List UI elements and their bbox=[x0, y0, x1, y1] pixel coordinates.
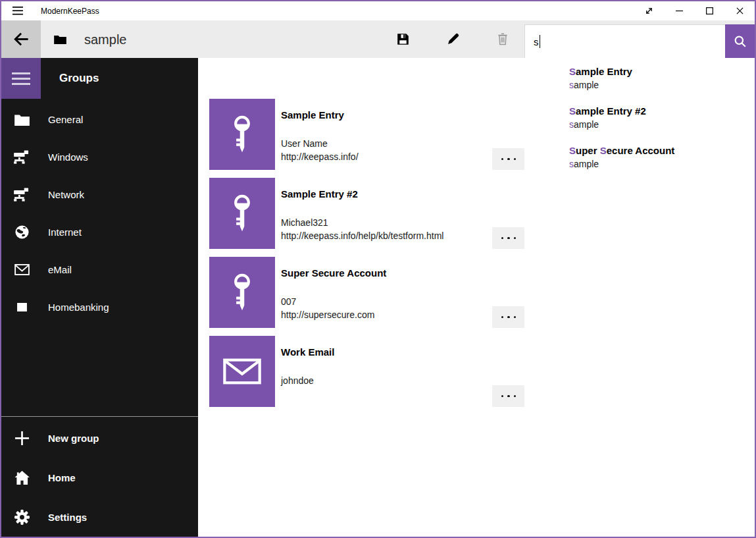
sidebar-hamburger-button[interactable] bbox=[1, 58, 41, 99]
database-icon bbox=[54, 35, 66, 44]
app-title: ModernKeePass bbox=[41, 7, 99, 16]
ellipsis-icon bbox=[501, 395, 504, 398]
entry-details: User Namehttp://keepass.info/ bbox=[281, 137, 488, 163]
sidebar: Groups GeneralWindowsNetworkInterneteMai… bbox=[1, 58, 198, 537]
suggestion-item[interactable]: Super Secure Accountsample bbox=[569, 144, 755, 171]
back-button[interactable] bbox=[1, 20, 41, 58]
entry-tile bbox=[209, 336, 275, 407]
entry-text: Sample EntryUser Namehttp://keepass.info… bbox=[281, 99, 488, 163]
folder-icon bbox=[13, 114, 30, 126]
edit-button[interactable] bbox=[437, 20, 468, 58]
app-window: ModernKeePass sample s Groups Ge bbox=[0, 0, 756, 538]
ellipsis-icon bbox=[501, 237, 504, 240]
action-label: Home bbox=[48, 472, 76, 483]
edit-pencil-icon bbox=[446, 32, 460, 46]
group-label: Homebanking bbox=[48, 302, 109, 313]
entry-title: Super Secure Account bbox=[281, 266, 488, 280]
entry-line: http://supersecure.com bbox=[281, 308, 488, 321]
mail-big-icon bbox=[223, 358, 261, 385]
suggestion-item[interactable]: Sample Entrysample bbox=[569, 65, 755, 92]
sidebar-action-new-group[interactable]: New group bbox=[1, 418, 198, 458]
entry-line: Michael321 bbox=[281, 216, 488, 229]
database-title: sample bbox=[84, 32, 126, 47]
entry-details: 007http://supersecure.com bbox=[281, 295, 488, 321]
more-options-button[interactable] bbox=[492, 306, 525, 328]
more-options-button[interactable] bbox=[492, 227, 525, 249]
suggestion-title: Sample Entry #2 bbox=[569, 105, 755, 118]
window-controls bbox=[634, 1, 755, 20]
entry-text: Work Emailjohndoe bbox=[281, 336, 488, 387]
key-icon bbox=[230, 273, 255, 311]
entry-title: Work Email bbox=[281, 345, 488, 359]
sidebar-header-row: Groups bbox=[1, 58, 198, 99]
suggestion-subtitle: sample bbox=[569, 118, 755, 131]
entry-tile bbox=[209, 99, 275, 170]
entry-text: Super Secure Account007http://supersecur… bbox=[281, 257, 488, 321]
network-icon bbox=[13, 150, 30, 164]
group-label: Windows bbox=[48, 151, 88, 163]
entry-line: 007 bbox=[281, 295, 488, 308]
entry-details: Michael321http://keepass.info/help/kb/te… bbox=[281, 216, 488, 242]
trash-icon bbox=[496, 32, 509, 46]
entry-title: Sample Entry #2 bbox=[281, 187, 488, 201]
close-button[interactable] bbox=[724, 1, 755, 20]
entry-line: User Name bbox=[281, 137, 488, 150]
entry-sample-entry-2[interactable]: Sample Entry #2Michael321http://keepass.… bbox=[209, 178, 525, 249]
entry-line: http://keepass.info/help/kb/testform.htm… bbox=[281, 229, 488, 242]
search-button[interactable] bbox=[725, 24, 755, 58]
entry-details: johndoe bbox=[281, 374, 488, 387]
entry-sample-entry[interactable]: Sample EntryUser Namehttp://keepass.info… bbox=[209, 99, 525, 170]
mail-icon bbox=[13, 264, 30, 275]
sidebar-item-email[interactable]: eMail bbox=[1, 251, 198, 288]
sidebar-item-internet[interactable]: Internet bbox=[1, 213, 198, 251]
minimize-button[interactable] bbox=[664, 1, 694, 20]
save-button[interactable] bbox=[387, 20, 418, 58]
sidebar-item-network[interactable]: Network bbox=[1, 176, 198, 213]
sidebar-item-general[interactable]: General bbox=[1, 101, 198, 138]
maximize-button[interactable] bbox=[694, 1, 724, 20]
back-arrow-icon bbox=[13, 30, 30, 48]
group-label: Internet bbox=[48, 227, 82, 238]
suggestion-item[interactable]: Sample Entry #2sample bbox=[569, 105, 755, 131]
more-options-button[interactable] bbox=[492, 148, 525, 170]
entry-tile bbox=[209, 257, 275, 328]
minimize-icon bbox=[676, 7, 683, 14]
text-caret bbox=[540, 35, 540, 48]
sidebar-item-homebanking[interactable]: Homebanking bbox=[1, 288, 198, 326]
suggestion-title: Sample Entry bbox=[569, 65, 755, 78]
sidebar-actions: New groupHomeSettings bbox=[1, 417, 198, 537]
search-suggestions-flyout: Sample EntrysampleSample Entry #2sampleS… bbox=[524, 58, 755, 537]
globe-icon bbox=[13, 225, 30, 240]
plus-icon bbox=[13, 431, 30, 446]
hamburger-icon bbox=[12, 72, 30, 85]
key-icon bbox=[230, 194, 255, 232]
entry-line: johndoe bbox=[281, 374, 488, 387]
sidebar-item-windows[interactable]: Windows bbox=[1, 138, 198, 176]
sidebar-action-home[interactable]: Home bbox=[1, 458, 198, 497]
fullscreen-button[interactable] bbox=[634, 1, 664, 20]
search-input[interactable]: s bbox=[524, 24, 725, 58]
action-label: New group bbox=[48, 433, 99, 444]
maximize-icon bbox=[706, 7, 713, 14]
entry-work-email[interactable]: Work Emailjohndoe bbox=[209, 336, 525, 407]
more-options-button[interactable] bbox=[492, 385, 525, 407]
home-icon bbox=[13, 471, 30, 485]
delete-button[interactable] bbox=[487, 20, 518, 58]
sidebar-action-settings[interactable]: Settings bbox=[1, 497, 198, 537]
group-label: General bbox=[48, 114, 83, 125]
suggestion-title: Super Secure Account bbox=[569, 144, 755, 157]
entry-line: http://keepass.info/ bbox=[281, 150, 488, 163]
save-icon bbox=[396, 32, 410, 46]
suggestion-subtitle: sample bbox=[569, 157, 755, 171]
entry-tile bbox=[209, 178, 275, 249]
titlebar-hamburger-icon[interactable] bbox=[13, 7, 23, 15]
ellipsis-icon bbox=[501, 158, 504, 161]
square-icon bbox=[13, 303, 30, 311]
entry-super-secure-account[interactable]: Super Secure Account007http://supersecur… bbox=[209, 257, 525, 328]
titlebar: ModernKeePass bbox=[1, 1, 755, 20]
close-icon bbox=[736, 7, 743, 14]
sidebar-spacer bbox=[1, 326, 198, 416]
search-icon bbox=[734, 35, 747, 48]
search-text: s bbox=[534, 36, 539, 47]
fullscreen-icon bbox=[645, 7, 653, 15]
